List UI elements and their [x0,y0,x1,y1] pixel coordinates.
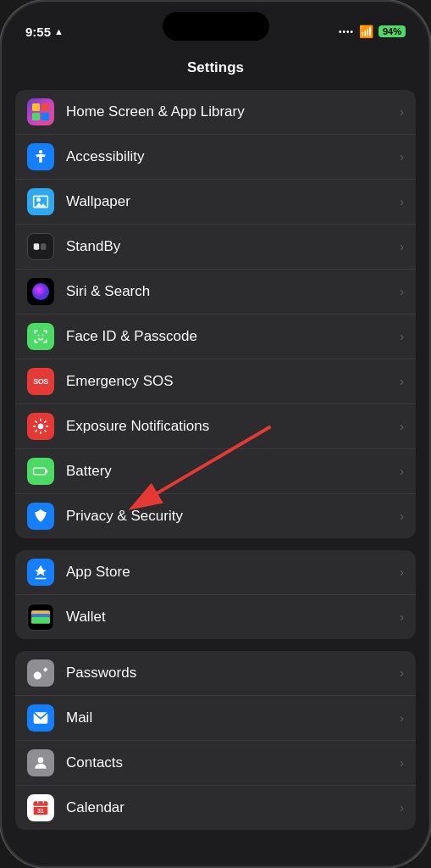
row-faceid[interactable]: Face ID & Passcode › [15,314,416,359]
status-time: 9:55 ▲ [25,25,64,39]
svg-rect-10 [31,617,50,624]
wallpaper-icon [27,188,54,215]
settings-group-3: Passwords › Mail › [15,651,416,830]
dynamic-island [163,12,269,41]
battery-label: Battery [66,463,400,480]
row-battery[interactable]: Battery › [15,449,416,494]
battery-indicator: 94% [379,25,406,37]
svg-rect-2 [34,243,39,249]
row-appstore[interactable]: App Store › [15,550,416,595]
row-wallpaper[interactable]: Wallpaper › [15,180,416,225]
contacts-label: Contacts [66,754,400,771]
mail-icon [27,704,54,732]
passwords-label: Passwords [66,665,400,682]
row-wallet[interactable]: Wallet › [15,595,416,639]
svg-rect-15 [34,802,48,807]
svg-rect-7 [34,469,45,474]
wifi-icon: 📶 [359,25,373,38]
passwords-icon [27,659,54,687]
emergency-icon: SOS [27,368,54,395]
svg-rect-6 [46,470,47,473]
svg-point-0 [39,150,42,153]
accessibility-chevron: › [400,150,404,164]
settings-page: Settings Home Screen & App Library › [2,51,429,866]
settings-group-2: App Store › Wallet › [15,550,416,639]
calendar-label: Calendar [66,799,400,816]
wallpaper-label: Wallpaper [66,193,400,210]
passwords-chevron: › [400,666,404,680]
time-display: 9:55 [25,25,51,39]
row-standby[interactable]: StandBy › [15,225,416,270]
exposure-chevron: › [400,420,404,433]
signal-icon: •••• [339,27,354,36]
exposure-icon [27,413,54,440]
privacy-icon [27,503,54,530]
home-screen-chevron: › [400,105,404,119]
wallet-icon [27,604,54,631]
svg-point-13 [38,757,44,763]
siri-icon [27,278,54,305]
faceid-chevron: › [400,330,404,343]
row-exposure[interactable]: Exposure Notifications › [15,404,416,449]
mail-label: Mail [66,709,400,726]
contacts-chevron: › [400,756,404,770]
siri-label: Siri & Search [66,283,400,300]
row-calendar[interactable]: 31 Calendar › [15,786,416,830]
emergency-label: Emergency SOS [66,373,400,390]
accessibility-label: Accessibility [66,148,400,165]
exposure-label: Exposure Notifications [66,418,400,435]
faceid-icon [27,323,54,350]
page-title: Settings [2,51,429,90]
emergency-chevron: › [400,375,404,388]
standby-label: StandBy [66,238,400,255]
appstore-icon [27,559,54,586]
wallet-chevron: › [400,610,404,624]
privacy-label: Privacy & Security [66,508,400,525]
battery-percentage: 94% [379,25,406,37]
svg-text:31: 31 [37,808,44,814]
wallpaper-chevron: › [400,195,404,209]
settings-content: Home Screen & App Library › Accessibilit… [2,90,429,830]
mail-chevron: › [400,711,404,725]
standby-chevron: › [400,240,404,253]
row-passwords[interactable]: Passwords › [15,651,416,696]
battery-icon [27,458,54,485]
row-mail[interactable]: Mail › [15,696,416,741]
wallet-label: Wallet [66,609,400,626]
home-screen-icon [27,98,54,125]
row-privacy[interactable]: Privacy & Security › [15,494,416,538]
location-icon: ▲ [54,26,64,36]
row-emergency[interactable]: SOS Emergency SOS › [15,359,416,404]
row-accessibility[interactable]: Accessibility › [15,135,416,180]
siri-chevron: › [400,285,404,298]
battery-chevron: › [400,465,404,478]
svg-rect-3 [41,243,46,249]
accessibility-icon [27,143,54,170]
svg-point-1 [36,198,41,202]
status-right: •••• 📶 94% [339,25,406,38]
privacy-chevron: › [400,509,404,523]
home-screen-label: Home Screen & App Library [66,103,400,120]
appstore-chevron: › [400,565,404,579]
row-siri[interactable]: Siri & Search › [15,270,416,314]
calendar-icon: 31 [27,794,54,821]
appstore-label: App Store [66,564,400,581]
contacts-icon [27,749,54,776]
row-home-screen[interactable]: Home Screen & App Library › [15,90,416,135]
svg-point-4 [38,424,44,430]
calendar-chevron: › [400,801,404,815]
row-contacts[interactable]: Contacts › [15,741,416,786]
standby-icon [27,233,54,260]
faceid-label: Face ID & Passcode [66,328,400,345]
phone-frame: 9:55 ▲ •••• 📶 94% Settings [0,0,431,868]
settings-group-1: Home Screen & App Library › Accessibilit… [15,90,416,538]
